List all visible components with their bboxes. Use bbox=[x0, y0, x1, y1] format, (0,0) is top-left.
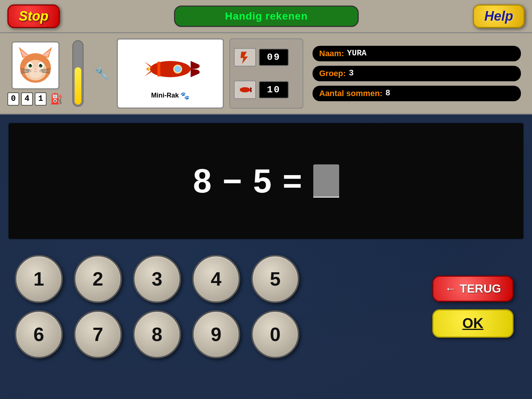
app-title: Handig rekenen bbox=[225, 10, 308, 22]
rocket-counter-row: 10 bbox=[234, 81, 299, 99]
score-digit-1: 0 bbox=[7, 92, 19, 106]
title-bar: Handig rekenen bbox=[174, 6, 359, 27]
num-btn-3[interactable]: 3 bbox=[133, 255, 181, 303]
svg-point-13 bbox=[41, 64, 42, 65]
paw-icon: 🐾 bbox=[180, 91, 190, 100]
numpad-row-1: 1 2 3 4 5 bbox=[15, 255, 299, 303]
eq-equals: = bbox=[283, 162, 302, 200]
lightning-counter-row: 09 bbox=[234, 48, 299, 66]
numpad-area: 1 2 3 4 5 6 7 8 9 0 ← TERUG OK bbox=[0, 248, 532, 366]
eq-num2: 5 bbox=[253, 162, 272, 200]
num-btn-5[interactable]: 5 bbox=[251, 255, 299, 303]
numpad-row-2: 6 7 8 9 0 bbox=[15, 310, 299, 358]
svg-point-12 bbox=[31, 64, 32, 65]
num-btn-4[interactable]: 4 bbox=[192, 255, 240, 303]
equation: 8 − 5 = bbox=[193, 162, 339, 200]
topbar: Stop Handig rekenen Help bbox=[0, 0, 532, 33]
groep-row: Groep: 3 bbox=[313, 66, 521, 81]
stop-label: Stop bbox=[19, 8, 48, 24]
num-btn-8[interactable]: 8 bbox=[133, 310, 181, 358]
num-btn-6[interactable]: 6 bbox=[15, 310, 63, 358]
avatar-section: 0 4 1 ⛽ bbox=[7, 41, 63, 106]
thermometer bbox=[72, 40, 83, 107]
action-buttons: ← TERUG OK bbox=[432, 276, 514, 338]
aantal-label: Aantal sommen: bbox=[319, 89, 382, 98]
rocket-name: Mini-Rak 🐾 bbox=[151, 91, 190, 100]
groep-label: Groep: bbox=[319, 69, 346, 78]
svg-rect-25 bbox=[157, 62, 160, 76]
fuel-icon: ⛽ bbox=[50, 93, 63, 105]
terug-button[interactable]: ← TERUG bbox=[432, 276, 514, 302]
aantal-value: 8 bbox=[385, 89, 390, 98]
ok-button[interactable]: OK bbox=[432, 309, 514, 338]
help-label: Help bbox=[484, 8, 513, 24]
rocket-value: 10 bbox=[259, 81, 289, 98]
lightning-value: 09 bbox=[259, 49, 289, 66]
help-button[interactable]: Help bbox=[473, 4, 525, 28]
eq-num1: 8 bbox=[193, 162, 211, 200]
terug-label: ← TERUG bbox=[445, 282, 501, 296]
thermo-fill bbox=[75, 67, 81, 105]
naam-label: Naam: bbox=[319, 49, 344, 58]
stop-button[interactable]: Stop bbox=[7, 4, 60, 28]
svg-point-26 bbox=[240, 87, 250, 92]
numpad: 1 2 3 4 5 6 7 8 9 0 bbox=[15, 255, 299, 358]
wrench-icon: 🔧 bbox=[95, 66, 109, 81]
num-btn-0[interactable]: 0 bbox=[251, 310, 299, 358]
info-panel: 0 4 1 ⛽ 🔧 bbox=[0, 33, 532, 115]
avatar bbox=[11, 41, 59, 89]
stats-panel: Naam: YURA Groep: 3 Aantal sommen: 8 bbox=[309, 42, 525, 105]
svg-point-24 bbox=[174, 66, 181, 72]
num-btn-7[interactable]: 7 bbox=[74, 310, 122, 358]
score-digit-2: 4 bbox=[21, 92, 33, 106]
groep-value: 3 bbox=[349, 69, 354, 78]
naam-value: YURA bbox=[347, 49, 366, 58]
score-counters: 09 10 bbox=[229, 38, 303, 109]
rocket-display: Mini-Rak 🐾 bbox=[117, 38, 224, 109]
ok-label: OK bbox=[463, 316, 484, 331]
svg-point-21 bbox=[29, 68, 42, 78]
num-btn-1[interactable]: 1 bbox=[15, 255, 63, 303]
svg-point-22 bbox=[150, 61, 191, 77]
num-btn-9[interactable]: 9 bbox=[192, 310, 240, 358]
naam-row: Naam: YURA bbox=[313, 46, 521, 61]
lightning-icon bbox=[234, 48, 256, 66]
num-btn-2[interactable]: 2 bbox=[74, 255, 122, 303]
eq-answer-box bbox=[313, 164, 339, 198]
small-rocket-icon bbox=[234, 81, 256, 99]
aantal-row: Aantal sommen: 8 bbox=[313, 86, 521, 101]
eq-operator: − bbox=[222, 162, 242, 200]
score-display: 0 4 1 ⛽ bbox=[7, 92, 63, 106]
score-digit-3: 1 bbox=[35, 92, 47, 106]
equation-area: 8 − 5 = bbox=[7, 122, 525, 240]
